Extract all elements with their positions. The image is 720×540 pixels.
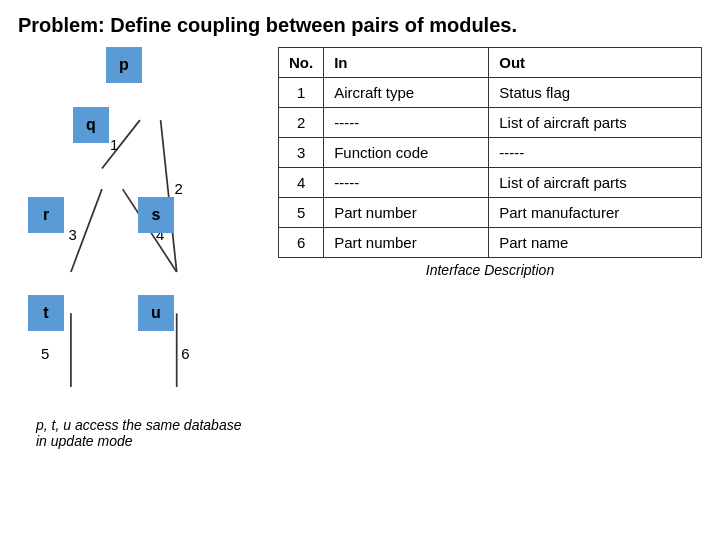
cell-no: 4: [279, 168, 324, 198]
node-t: t: [28, 295, 64, 331]
svg-text:1: 1: [110, 136, 118, 153]
node-r: r: [28, 197, 64, 233]
svg-text:5: 5: [41, 345, 49, 362]
cell-in: Part number: [324, 228, 489, 258]
node-q: q: [73, 107, 109, 143]
cell-in: -----: [324, 168, 489, 198]
node-s: s: [138, 197, 174, 233]
cell-out: Part manufacturer: [489, 198, 702, 228]
cell-out: List of aircraft parts: [489, 108, 702, 138]
table-row: 2-----List of aircraft parts: [279, 108, 702, 138]
cell-no: 6: [279, 228, 324, 258]
cell-out: List of aircraft parts: [489, 168, 702, 198]
cell-no: 5: [279, 198, 324, 228]
table-row: 1Aircraft typeStatus flag: [279, 78, 702, 108]
cell-out: -----: [489, 138, 702, 168]
cell-out: Status flag: [489, 78, 702, 108]
cell-in: Aircraft type: [324, 78, 489, 108]
svg-line-4: [71, 189, 102, 272]
table-row: 6Part numberPart name: [279, 228, 702, 258]
diagram: 1 2 3 4 5 6 p q r: [18, 47, 248, 467]
col-header-in: In: [324, 48, 489, 78]
table-caption: Interface Description: [278, 262, 702, 278]
svg-text:2: 2: [174, 180, 182, 197]
cell-in: Part number: [324, 198, 489, 228]
table-row: 4-----List of aircraft parts: [279, 168, 702, 198]
svg-text:3: 3: [69, 226, 77, 243]
cell-no: 3: [279, 138, 324, 168]
page-title: Problem: Define coupling between pairs o…: [0, 0, 720, 47]
col-header-out: Out: [489, 48, 702, 78]
node-u: u: [138, 295, 174, 331]
interface-table-section: No. In Out 1Aircraft typeStatus flag2---…: [278, 47, 702, 467]
interface-table: No. In Out 1Aircraft typeStatus flag2---…: [278, 47, 702, 258]
table-row: 3Function code-----: [279, 138, 702, 168]
table-row: 5Part numberPart manufacturer: [279, 198, 702, 228]
cell-no: 1: [279, 78, 324, 108]
cell-no: 2: [279, 108, 324, 138]
cell-out: Part name: [489, 228, 702, 258]
diagram-footnote: p, t, u access the same database in upda…: [36, 417, 246, 449]
col-header-no: No.: [279, 48, 324, 78]
cell-in: -----: [324, 108, 489, 138]
svg-text:6: 6: [181, 345, 189, 362]
node-p: p: [106, 47, 142, 83]
cell-in: Function code: [324, 138, 489, 168]
